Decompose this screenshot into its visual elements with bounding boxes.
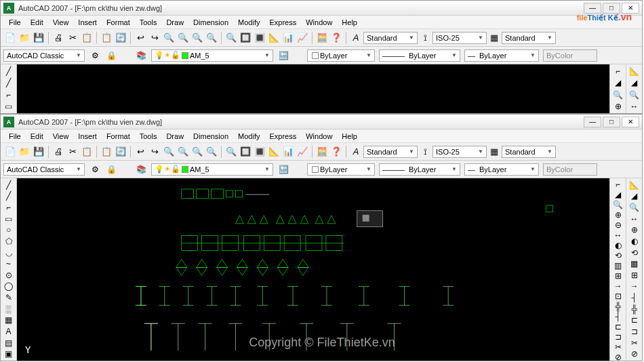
draw-tool-11[interactable]: ░ (2, 304, 16, 315)
toolbar-btn-1[interactable]: 📁 (18, 31, 31, 45)
lineweight-dropdown[interactable]: —ByLayer▼ (464, 163, 539, 176)
snap-tool-11[interactable]: ╬ (628, 304, 641, 315)
menu-edit[interactable]: Edit (26, 131, 47, 142)
toolbar-btn-4[interactable]: ✂ (66, 145, 79, 159)
toolbar-btn-5[interactable]: 📋 (80, 31, 94, 45)
modify-tool-0[interactable]: ⌐ (611, 66, 625, 77)
modify-tool-1[interactable]: ◢ (611, 77, 625, 88)
toolbar-btn-20[interactable]: 🧮 (315, 31, 329, 45)
modify-tool-11[interactable]: ⊡ (611, 291, 625, 301)
toolbar-btn-12[interactable]: 🔍 (190, 31, 204, 45)
snap-tool-6[interactable]: ⟲ (628, 247, 641, 258)
toolbar-btn-10[interactable]: 🔍 (162, 31, 176, 45)
toolbar-btn-19[interactable]: 📈 (296, 31, 309, 45)
tablestyle-dropdown[interactable]: Standard▼ (502, 146, 556, 158)
snap-tool-1[interactable]: ◢ (628, 191, 641, 202)
layer-dropdown[interactable]: 💡☀🔓 AM_5▼ (151, 49, 273, 62)
draw-tool-12[interactable]: ▦ (2, 315, 16, 326)
snap-tool-12[interactable]: ⊏ (628, 315, 641, 326)
draw-tool-2[interactable]: ⌐ (2, 202, 16, 213)
linetype-dropdown[interactable]: ———ByLayer▼ (379, 49, 460, 62)
draw-tool-3[interactable]: ▭ (2, 101, 16, 112)
toolbar-btn-0[interactable]: 📄 (3, 31, 17, 45)
toolbar-btn-14[interactable]: 🔍 (224, 31, 238, 45)
snap-tool-5[interactable]: ◐ (628, 236, 641, 247)
menu-dimension[interactable]: Dimension (189, 131, 233, 142)
modify-tool-6[interactable]: ◐ (611, 241, 625, 250)
toolbar-btn-1[interactable]: 📁 (18, 145, 31, 159)
toolbar-btn-6[interactable]: 📋 (100, 31, 113, 45)
draw-tool-1[interactable]: ╱ (2, 77, 16, 88)
snap-tool-8[interactable]: ⊞ (628, 270, 641, 281)
color-dropdown[interactable]: ByLayer▼ (307, 49, 375, 62)
modify-tool-15[interactable]: ⊐ (611, 332, 625, 342)
modify-tool-1[interactable]: ◢ (611, 190, 625, 199)
snap-tool-9[interactable]: → (628, 281, 641, 292)
snap-tool-2[interactable]: 🔍 (628, 202, 641, 213)
menu-tools[interactable]: Tools (136, 17, 161, 28)
toolbar-btn-3[interactable]: 🖨 (52, 145, 65, 159)
close-button[interactable]: ✕ (622, 117, 639, 127)
dimstyle-dropdown[interactable]: ISO-25▼ (432, 146, 487, 158)
toolbar-btn-16[interactable]: 🔳 (253, 31, 266, 45)
workspace-lock-icon[interactable]: 🔒 (105, 49, 117, 62)
draw-tool-1[interactable]: ╱ (2, 191, 16, 202)
toolbar-btn-13[interactable]: 🔍 (205, 145, 218, 159)
toolbar-btn-11[interactable]: 🔍 (176, 145, 190, 159)
menu-insert[interactable]: Insert (74, 131, 101, 142)
toolbar-btn-12[interactable]: 🔍 (190, 145, 204, 159)
drawing-canvas-1[interactable] (17, 64, 609, 113)
toolbar-btn-9[interactable]: ↪ (148, 145, 161, 159)
modify-tool-5[interactable]: ↔ (611, 230, 625, 240)
modify-tool-2[interactable]: 🔍 (611, 200, 625, 209)
menu-view[interactable]: View (49, 131, 73, 142)
draw-tool-9[interactable]: ◯ (2, 281, 16, 292)
menu-express[interactable]: Express (265, 131, 300, 142)
menu-modify[interactable]: Modify (234, 17, 264, 28)
toolbar-btn-15[interactable]: 🔲 (239, 145, 252, 159)
modify-tool-10[interactable]: → (611, 281, 625, 291)
modify-tool-3[interactable]: ⊕ (611, 101, 625, 112)
toolbar-btn-16[interactable]: 🔳 (253, 145, 266, 159)
tablestyle-icon[interactable]: ▦ (487, 145, 501, 159)
menu-draw[interactable]: Draw (162, 17, 188, 28)
textstyle-icon[interactable]: A (349, 31, 363, 45)
snap-tool-0[interactable]: 📐 (628, 66, 641, 77)
toolbar-btn-6[interactable]: 📋 (100, 145, 113, 159)
draw-tool-0[interactable]: ╱ (2, 180, 16, 190)
color-dropdown[interactable]: ByLayer▼ (307, 163, 375, 176)
snap-tool-14[interactable]: ✂ (628, 338, 641, 348)
modify-tool-13[interactable]: ┤ (611, 312, 625, 321)
dimstyle-dropdown[interactable]: ISO-25▼ (432, 32, 487, 44)
modify-tool-3[interactable]: ⊕ (611, 210, 625, 220)
menu-insert[interactable]: Insert (74, 17, 101, 28)
snap-tool-2[interactable]: 🔍 (628, 89, 641, 100)
snap-tool-4[interactable]: ⊕ (628, 225, 641, 236)
menu-dimension[interactable]: Dimension (189, 17, 233, 28)
lineweight-dropdown[interactable]: —ByLayer▼ (464, 49, 539, 62)
snap-tool-3[interactable]: ↔ (628, 214, 641, 224)
workspace-lock-icon[interactable]: 🔒 (105, 163, 117, 176)
draw-tool-0[interactable]: ╱ (2, 66, 16, 77)
toolbar-btn-7[interactable]: 🔄 (114, 145, 127, 159)
toolbar-btn-7[interactable]: 🔄 (114, 31, 127, 45)
toolbar-btn-9[interactable]: ↪ (148, 31, 161, 45)
menu-view[interactable]: View (49, 17, 73, 28)
toolbar-btn-17[interactable]: 📐 (267, 31, 281, 45)
menu-file[interactable]: File (5, 17, 25, 28)
modify-tool-9[interactable]: ⊞ (611, 271, 625, 281)
maximize-button[interactable]: □ (603, 117, 620, 127)
layer-prev-icon[interactable]: 🔙 (277, 163, 289, 176)
toolbar-btn-21[interactable]: ❓ (329, 31, 343, 45)
draw-tool-5[interactable]: ⬠ (2, 236, 16, 247)
menu-edit[interactable]: Edit (26, 17, 47, 28)
snap-tool-3[interactable]: ↔ (628, 101, 641, 112)
textstyle-dropdown[interactable]: Standard▼ (363, 146, 418, 158)
snap-tool-0[interactable]: 📐 (628, 180, 641, 190)
menu-express[interactable]: Express (265, 17, 300, 28)
toolbar-btn-19[interactable]: 📈 (296, 145, 309, 159)
minimize-button[interactable]: — (584, 117, 601, 127)
draw-tool-4[interactable]: ○ (2, 225, 16, 236)
modify-tool-12[interactable]: ╬ (611, 302, 625, 311)
modify-tool-8[interactable]: ▥ (611, 261, 625, 270)
